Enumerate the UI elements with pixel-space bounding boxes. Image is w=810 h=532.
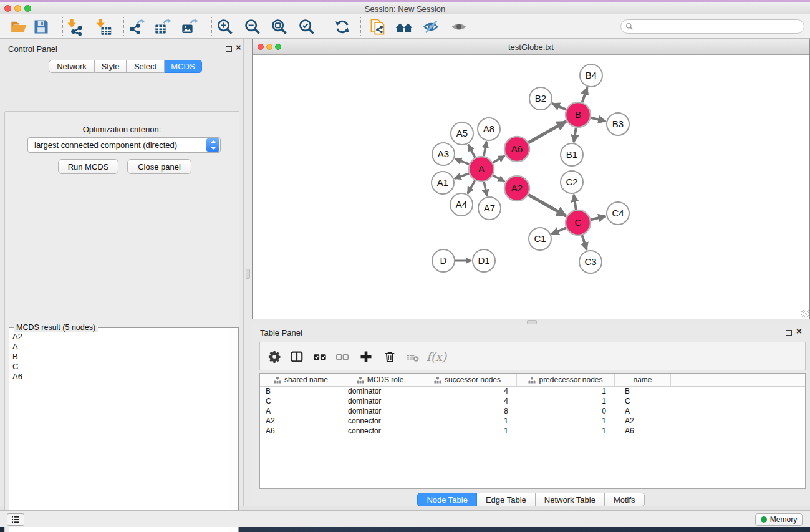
graph-edge-A-A4[interactable] xyxy=(468,180,475,193)
home-icon[interactable] xyxy=(393,17,415,37)
splitter-handle[interactable] xyxy=(527,320,537,324)
graph-edge-A-A7[interactable] xyxy=(484,182,487,196)
graph-node-B3[interactable]: B3 xyxy=(607,113,629,135)
close-panel-icon[interactable]: × xyxy=(236,42,241,52)
mcds-result-item[interactable]: A2 xyxy=(12,332,228,342)
graph-node-C4[interactable]: C4 xyxy=(607,202,629,225)
tab-select[interactable]: Select xyxy=(127,60,165,73)
delete-column-icon[interactable] xyxy=(380,347,400,367)
zoom-out-icon[interactable] xyxy=(242,17,263,37)
graph-node-A5[interactable]: A5 xyxy=(451,122,473,145)
graph-node-A6[interactable]: A6 xyxy=(504,137,529,162)
graph-node-C3[interactable]: C3 xyxy=(579,251,602,273)
graph-node-D[interactable]: D xyxy=(432,249,455,272)
delete-table-icon[interactable] xyxy=(403,347,423,367)
memory-button[interactable]: Memory xyxy=(755,513,803,526)
select-all-rows-icon[interactable] xyxy=(310,347,330,367)
graph-node-B[interactable]: B xyxy=(566,102,591,127)
graph-node-A3[interactable]: A3 xyxy=(432,143,455,165)
task-history-button[interactable] xyxy=(7,513,24,526)
float-panel-icon[interactable] xyxy=(226,46,232,52)
split-view-icon[interactable] xyxy=(287,347,307,367)
graph-node-B2[interactable]: B2 xyxy=(529,87,552,110)
graph-edge-A-A3[interactable] xyxy=(455,158,470,164)
save-session-icon[interactable] xyxy=(31,17,52,37)
graph-edge-C-C4[interactable] xyxy=(591,216,605,220)
graph-node-A7[interactable]: A7 xyxy=(478,197,501,220)
show-panel-icon[interactable] xyxy=(448,17,470,37)
graph-node-C2[interactable]: C2 xyxy=(561,171,583,193)
tab-mcds[interactable]: MCDS xyxy=(165,60,202,73)
search-input[interactable] xyxy=(634,22,789,31)
function-builder-icon[interactable]: f(x) xyxy=(424,347,449,367)
add-column-icon[interactable] xyxy=(356,347,376,367)
column-header-successor-nodes[interactable]: successor nodes xyxy=(418,374,517,386)
graph-edge-A2-C[interactable] xyxy=(528,195,566,216)
graph-edge-B-B1[interactable] xyxy=(574,128,576,142)
graph-node-B1[interactable]: B1 xyxy=(561,143,583,166)
settings-gear-icon[interactable] xyxy=(264,347,284,367)
graph-edge-B-B2[interactable] xyxy=(552,104,566,110)
close-panel-button[interactable]: Close panel xyxy=(127,159,191,174)
hide-panel-icon[interactable] xyxy=(420,17,441,37)
column-header-MCDS-role[interactable]: MCDS role xyxy=(342,374,418,386)
graph-edge-C-C1[interactable] xyxy=(551,228,566,234)
search-field[interactable] xyxy=(620,19,804,34)
graph-edge-A-A1[interactable] xyxy=(455,173,469,178)
node-table[interactable]: shared nameMCDS rolesuccessor nodesprede… xyxy=(259,373,806,489)
graph-edge-A-A2[interactable] xyxy=(493,175,504,181)
result-scrollbar[interactable] xyxy=(229,329,238,532)
graph-node-B4[interactable]: B4 xyxy=(580,64,602,87)
graph-node-C[interactable]: C xyxy=(566,210,591,235)
graph-node-A[interactable]: A xyxy=(469,157,494,181)
criterion-dropdown[interactable]: largest connected component (directed) xyxy=(27,137,221,153)
export-image-icon[interactable] xyxy=(179,17,200,37)
network-canvas[interactable]: AA1A2A3A4A5A6A7A8BB1B2B3B4CC1C2C3C4DD1 xyxy=(253,56,809,319)
graph-node-A2[interactable]: A2 xyxy=(504,176,529,201)
tab-network[interactable]: Network xyxy=(49,60,95,73)
vertical-splitter[interactable] xyxy=(244,39,252,506)
import-network-icon[interactable] xyxy=(64,17,85,37)
graph-edge-A-A5[interactable] xyxy=(468,145,475,158)
column-header-shared-name[interactable]: shared name xyxy=(260,374,342,386)
close-panel-icon[interactable]: × xyxy=(796,326,802,336)
refresh-icon[interactable] xyxy=(332,17,353,37)
table-row[interactable]: Bdominator41B xyxy=(260,387,805,397)
table-row[interactable]: Cdominator41C xyxy=(260,397,805,407)
export-table-icon[interactable] xyxy=(152,17,173,37)
splitter-handle[interactable] xyxy=(246,269,250,279)
mcds-result-item[interactable]: A xyxy=(12,342,228,352)
graph-node-A4[interactable]: A4 xyxy=(450,193,473,216)
table-row[interactable]: A6connector11A6 xyxy=(260,427,805,437)
deselect-all-rows-icon[interactable] xyxy=(332,347,352,367)
graph-edge-C-C3[interactable] xyxy=(582,235,587,250)
graph-edge-A6-B[interactable] xyxy=(528,122,566,143)
mcds-result-item[interactable]: B xyxy=(12,352,228,362)
graph-edge-A-A6[interactable] xyxy=(493,156,505,163)
import-table-icon[interactable] xyxy=(93,17,114,37)
graph-edge-C-C2[interactable] xyxy=(574,195,576,210)
table-row[interactable]: A2connector11A2 xyxy=(260,417,805,427)
graph-edge-A-A8[interactable] xyxy=(484,142,486,157)
graph-node-A8[interactable]: A8 xyxy=(478,118,500,140)
tab-network-table[interactable]: Network Table xyxy=(536,493,605,506)
tab-style[interactable]: Style xyxy=(95,60,127,73)
tab-node-table[interactable]: Node Table xyxy=(417,493,477,506)
tab-edge-table[interactable]: Edge Table xyxy=(477,493,536,506)
float-panel-icon[interactable] xyxy=(786,330,792,336)
tab-motifs[interactable]: Motifs xyxy=(605,493,645,506)
graph-edge-B-B3[interactable] xyxy=(591,118,605,122)
table-row[interactable]: Adominator80A xyxy=(260,407,805,417)
mcds-result-item[interactable]: A6 xyxy=(12,372,228,382)
zoom-fit-icon[interactable] xyxy=(269,17,290,37)
open-session-icon[interactable] xyxy=(8,17,29,37)
column-header-predecessor-nodes[interactable]: predecessor nodes xyxy=(517,374,615,386)
network-from-file-icon[interactable] xyxy=(367,17,388,37)
run-mcds-button[interactable]: Run MCDS xyxy=(58,159,118,174)
graph-edge-B-B4[interactable] xyxy=(582,87,587,102)
graph-node-D1[interactable]: D1 xyxy=(473,249,495,272)
column-header-name[interactable]: name xyxy=(615,374,671,386)
resize-grip-icon[interactable] xyxy=(801,310,809,317)
zoom-selected-icon[interactable] xyxy=(296,17,317,37)
horizontal-splitter[interactable] xyxy=(252,319,810,324)
